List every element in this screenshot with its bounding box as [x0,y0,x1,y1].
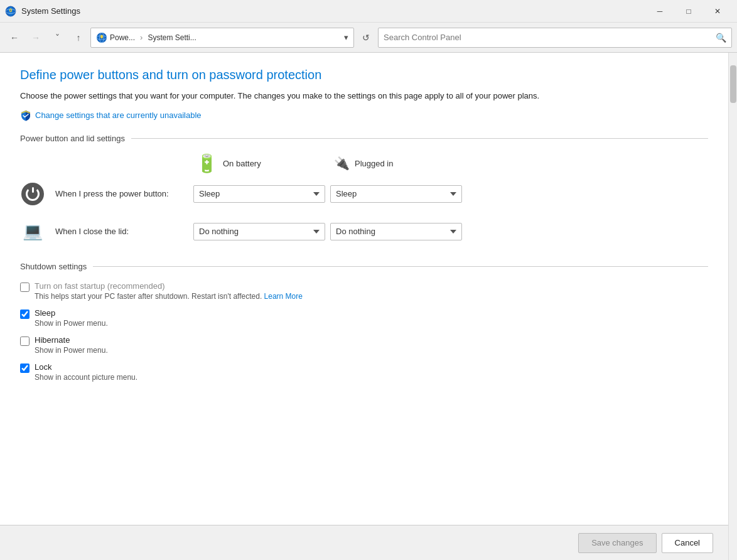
scrollbar[interactable] [728,53,737,560]
hibernate-checkbox[interactable] [20,337,30,346]
power-button-battery-select[interactable]: Do nothing Sleep Hibernate Shut down Tur… [193,185,325,203]
fast-startup-label[interactable]: Turn on fast startup (recommended) [35,281,165,291]
up-button[interactable]: ↑ [69,28,88,47]
battery-label: On battery [223,159,261,168]
title-bar: System Settings ─ □ ✕ [0,0,737,23]
power-button-label: When I press the power button: [55,189,193,198]
hibernate-row: Hibernate Show in Power menu. [20,335,708,355]
address-chevron-icon[interactable]: ▾ [344,33,348,42]
hibernate-desc: Show in Power menu. [35,346,108,355]
back-button[interactable]: ← [5,28,24,47]
app-icon [5,6,16,17]
power-button-plugged-select[interactable]: Do nothing Sleep Hibernate Shut down Tur… [330,185,462,203]
hibernate-content: Hibernate Show in Power menu. [35,335,108,355]
change-settings-link[interactable]: Change settings that are currently unava… [20,110,708,121]
change-settings-text: Change settings that are currently unava… [35,110,202,120]
power-button-row: When I press the power button: Do nothin… [20,179,708,209]
plugged-column-header: 🔌 Plugged in [334,156,472,171]
sleep-label[interactable]: Sleep [35,308,55,318]
dropdown-button[interactable]: ˅ [48,28,67,47]
save-changes-button[interactable]: Save changes [578,533,656,553]
section-divider [131,138,708,139]
fast-startup-checkbox[interactable] [20,283,30,292]
search-bar[interactable]: 🔍 [378,28,732,48]
address-part2: System Setti... [148,33,196,42]
shutdown-section-divider [93,266,708,267]
lock-label[interactable]: Lock [35,362,51,372]
address-part1: Powe... [110,33,135,42]
lid-plugged-select[interactable]: Do nothing Sleep Hibernate Shut down Tur… [330,223,462,240]
sleep-checkbox[interactable] [20,310,30,319]
hibernate-label[interactable]: Hibernate [35,335,70,345]
address-bar: Powe... › System Setti... ▾ [90,28,354,48]
lid-battery-select[interactable]: Do nothing Sleep Hibernate Shut down Tur… [193,223,325,240]
lock-content: Lock Show in account picture menu. [35,362,137,382]
lid-close-row: 💻 When I close the lid: Do nothing Sleep… [20,217,708,247]
nav-bar: ← → ˅ ↑ Powe... › System Setti... ▾ ↺ 🔍 [0,23,737,53]
lid-close-label: When I close the lid: [55,227,193,236]
sleep-row: Sleep Show in Power menu. [20,308,708,328]
refresh-button[interactable]: ↺ [357,28,375,47]
power-table: 🔋 On battery 🔌 Plugged in When I press t… [20,153,708,247]
content-area: Define power buttons and turn on passwor… [0,53,728,560]
bottom-bar: Save changes Cancel [0,525,728,560]
battery-column-header: 🔋 On battery [196,153,334,174]
shutdown-section-title: Shutdown settings [20,262,87,271]
lock-desc: Show in account picture menu. [35,373,137,382]
power-section-title: Power button and lid settings [20,134,125,143]
minimize-button[interactable]: ─ [645,0,674,23]
battery-icon: 🔋 [196,153,218,174]
page-description: Choose the power settings that you want … [20,90,547,102]
close-button[interactable]: ✕ [703,0,732,23]
plugged-label: Plugged in [355,159,393,168]
fast-startup-content: Turn on fast startup (recommended) This … [35,281,303,301]
search-input[interactable] [384,33,716,42]
fast-startup-row: Turn on fast startup (recommended) This … [20,281,708,301]
sleep-desc: Show in Power menu. [35,319,108,328]
lock-row: Lock Show in account picture menu. [20,362,708,382]
power-section-header: Power button and lid settings [20,134,708,143]
page-title: Define power buttons and turn on passwor… [20,68,708,82]
search-icon: 🔍 [716,33,726,43]
power-table-header: 🔋 On battery 🔌 Plugged in [196,153,708,174]
lock-checkbox[interactable] [20,363,30,373]
maximize-button[interactable]: □ [674,0,703,23]
power-button-icon [20,181,45,207]
shield-icon [20,110,31,121]
lid-icon: 💻 [20,219,45,244]
title-bar-text: System Settings [21,6,645,16]
power-button-dropdowns: Do nothing Sleep Hibernate Shut down Tur… [193,185,462,203]
lid-close-dropdowns: Do nothing Sleep Hibernate Shut down Tur… [193,223,462,240]
title-bar-controls: ─ □ ✕ [645,0,732,23]
shutdown-section-header: Shutdown settings [20,262,708,271]
shutdown-settings: Turn on fast startup (recommended) This … [20,281,708,382]
scrollbar-thumb[interactable] [730,65,736,103]
cancel-button[interactable]: Cancel [662,533,713,553]
forward-button[interactable]: → [26,28,45,47]
learn-more-link[interactable]: Learn More [264,292,303,301]
fast-startup-desc: This helps start your PC faster after sh… [35,292,303,301]
sleep-content: Sleep Show in Power menu. [35,308,108,328]
main-area: Define power buttons and turn on passwor… [0,53,737,560]
plugged-icon: 🔌 [334,156,350,171]
globe-icon [96,32,107,43]
breadcrumb-arrow: › [140,33,143,42]
